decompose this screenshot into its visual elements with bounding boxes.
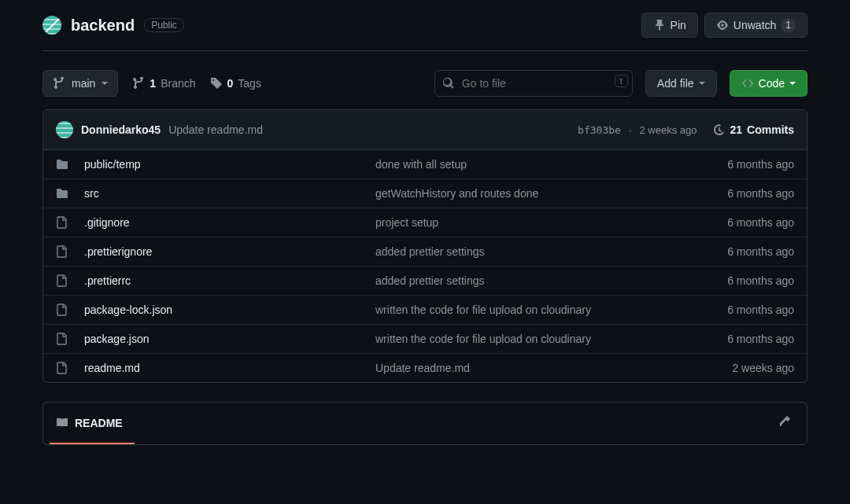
repo-name[interactable]: backend [71, 17, 135, 35]
file-time: 6 months ago [684, 304, 794, 316]
file-commit-message[interactable]: added prettier settings [375, 274, 684, 287]
eye-icon [716, 19, 729, 31]
commits-link[interactable]: 21 Commits [713, 123, 794, 136]
file-commit-message[interactable]: project setup [375, 216, 684, 229]
file-row: readme.mdUpdate readme.md2 weeks ago [43, 354, 807, 382]
owner-avatar[interactable] [42, 16, 61, 35]
file-commit-message[interactable]: done with all setup [375, 158, 684, 171]
readme-tab-underline [50, 443, 135, 444]
tags-count: 0 [227, 77, 234, 90]
file-time: 2 weeks ago [684, 362, 794, 374]
branches-count: 1 [150, 77, 156, 90]
chevron-down-icon [699, 82, 705, 85]
readme-label: README [75, 417, 123, 429]
unwatch-label: Unwatch [734, 19, 776, 31]
file-icon [56, 362, 73, 374]
file-name-link[interactable]: package-lock.json [84, 304, 172, 316]
pencil-icon [778, 415, 791, 428]
branch-name: main [72, 77, 95, 90]
visibility-badge: Public [144, 18, 184, 32]
branch-icon [132, 77, 145, 90]
repo-header: backend Public Pin Unwatch 1 [42, 13, 808, 51]
file-row: .prettierrcadded prettier settings6 mont… [43, 267, 807, 296]
folder-icon [56, 187, 73, 200]
tag-icon [210, 77, 223, 90]
file-time: 6 months ago [684, 216, 794, 229]
commit-author-avatar[interactable] [56, 121, 73, 138]
readme-tab[interactable]: README [56, 417, 123, 429]
unwatch-button[interactable]: Unwatch 1 [704, 13, 808, 38]
file-row: package-lock.jsonwritten the code for fi… [43, 296, 807, 325]
file-row: srcgetWatchHistory and routes done6 mont… [43, 179, 807, 208]
file-row: .gitignoreproject setup6 months ago [43, 208, 807, 237]
unwatch-count: 1 [781, 18, 796, 32]
readme-panel: README [42, 402, 808, 445]
branches-link[interactable]: 1 Branch [132, 77, 195, 90]
chevron-down-icon [789, 82, 796, 85]
file-icon [56, 245, 73, 258]
file-row: package.jsonwritten the code for file up… [43, 325, 807, 354]
file-time: 6 months ago [684, 333, 794, 345]
file-name-link[interactable]: .gitignore [84, 216, 130, 229]
file-icon [56, 274, 73, 287]
code-button[interactable]: Code [730, 70, 808, 97]
file-name-link[interactable]: .prettierignore [84, 245, 152, 258]
file-time: 6 months ago [684, 158, 794, 171]
file-time: 6 months ago [684, 245, 794, 258]
search-icon [442, 77, 455, 90]
svg-point-0 [721, 24, 724, 27]
file-name-link[interactable]: src [84, 187, 99, 200]
file-icon [56, 333, 73, 345]
add-file-label: Add file [657, 77, 694, 90]
file-commit-message[interactable]: written the code for file upload on clou… [375, 333, 684, 345]
commit-hash[interactable]: bf303be [578, 124, 621, 136]
file-toolbar: main 1 Branch 0 Tags t Add file [42, 70, 808, 97]
search-kbd: t [615, 75, 628, 87]
file-time: 6 months ago [684, 274, 794, 287]
pin-icon [653, 19, 666, 31]
file-commit-message[interactable]: written the code for file upload on clou… [375, 304, 684, 316]
branch-icon [53, 77, 65, 90]
file-commit-message[interactable]: getWatchHistory and routes done [375, 187, 684, 200]
file-search[interactable]: t [434, 70, 633, 97]
file-row: public/tempdone with all setup6 months a… [43, 150, 807, 179]
commits-label: Commits [747, 123, 794, 136]
search-input[interactable] [434, 70, 633, 97]
latest-commit-bar: Donniedarko45 Update readme.md bf303be ·… [43, 110, 807, 150]
commit-message[interactable]: Update readme.md [168, 123, 263, 136]
branches-label: Branch [161, 77, 195, 90]
history-icon [713, 123, 726, 136]
file-time: 6 months ago [684, 187, 794, 200]
commit-time: 2 weeks ago [640, 124, 697, 136]
tags-label: Tags [238, 77, 261, 90]
add-file-button[interactable]: Add file [645, 70, 717, 97]
code-icon [741, 77, 754, 90]
commit-author[interactable]: Donniedarko45 [81, 123, 161, 136]
file-icon [56, 304, 73, 316]
code-label: Code [759, 77, 785, 90]
file-name-link[interactable]: public/temp [84, 158, 141, 171]
chevron-down-icon [102, 82, 108, 85]
file-name-link[interactable]: .prettierrc [84, 274, 131, 287]
file-commit-message[interactable]: Update readme.md [375, 362, 684, 374]
pin-label: Pin [671, 19, 686, 31]
file-commit-message[interactable]: added prettier settings [375, 245, 684, 258]
branch-selector[interactable]: main [42, 70, 118, 97]
file-row: .prettierignoreadded prettier settings6 … [43, 237, 807, 267]
file-icon [56, 216, 73, 229]
file-name-link[interactable]: package.json [84, 333, 150, 345]
file-list-panel: Donniedarko45 Update readme.md bf303be ·… [42, 109, 808, 383]
edit-readme-button[interactable] [775, 412, 794, 433]
folder-icon [56, 158, 73, 171]
pin-button[interactable]: Pin [641, 13, 698, 38]
commits-count: 21 [730, 123, 743, 136]
file-name-link[interactable]: readme.md [84, 362, 140, 374]
book-icon [56, 417, 68, 429]
tags-link[interactable]: 0 Tags [210, 77, 261, 90]
